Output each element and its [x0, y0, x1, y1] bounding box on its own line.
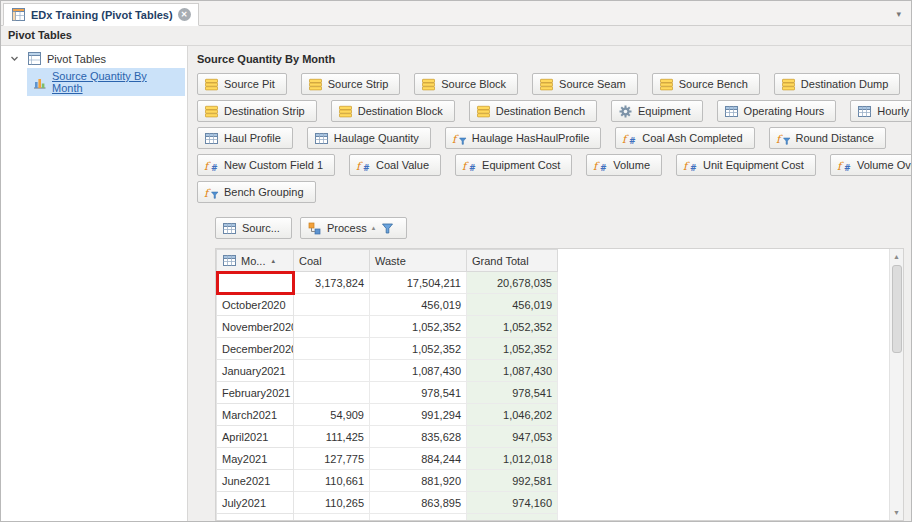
tree-node-pivot-tables[interactable]: Pivot Tables	[3, 50, 185, 67]
field-button-haulage-quantity[interactable]: Haulage Quantity	[307, 127, 431, 149]
field-button-bench-grouping[interactable]: fBench Grouping	[197, 181, 316, 203]
pivot-value-cell[interactable]: 884,244	[370, 448, 467, 470]
pivot-row-header-cell[interactable]: August2021	[217, 514, 294, 521]
pivot-value-cell[interactable]: 54,909	[294, 404, 370, 426]
field-button-label: Operating Hours	[744, 105, 825, 117]
field-button-source-pit[interactable]: Source Pit	[197, 73, 287, 95]
field-button-source-block[interactable]: Source Block	[414, 73, 518, 95]
pivot-value-cell[interactable]: 1,012,018	[467, 448, 558, 470]
field-button-new-custom-field-1[interactable]: f#New Custom Field 1	[197, 154, 335, 176]
pivot-value-cell[interactable]: 1,052,352	[467, 316, 558, 338]
field-button-destination-dump[interactable]: Destination Dump	[774, 73, 900, 95]
filter-area-button-process[interactable]: Process ▴	[300, 217, 407, 239]
field-button-equipment[interactable]: Equipment	[611, 100, 703, 122]
pivot-value-cell[interactable]	[294, 338, 370, 360]
pivot-value-cell[interactable]: 110,265	[294, 492, 370, 514]
pivot-value-cell[interactable]: 909,768	[370, 514, 467, 521]
pivot-value-cell[interactable]	[294, 360, 370, 382]
pivot-value-cell[interactable]: 881,920	[370, 470, 467, 492]
formula-filter-icon: f	[452, 132, 467, 145]
pivot-value-cell[interactable]: 110,661	[294, 470, 370, 492]
field-button-source-seam[interactable]: Source Seam	[532, 73, 638, 95]
pivot-value-cell[interactable]	[294, 294, 370, 316]
field-button-volume-over-3km[interactable]: f#Volume Over 3km	[830, 154, 912, 176]
field-button-label: Equipment	[638, 105, 691, 117]
pivot-row-header-cell[interactable]: March2021	[217, 404, 294, 426]
field-button-unit-equipment-cost[interactable]: f#Unit Equipment Cost	[676, 154, 816, 176]
pivot-value-cell[interactable]: 456,019	[370, 294, 467, 316]
field-button-haulage-hashaulprofile[interactable]: fHaulage HasHaulProfile	[445, 127, 601, 149]
field-button-destination-bench[interactable]: Destination Bench	[469, 100, 597, 122]
pivot-row-header-cell[interactable]: February2021	[217, 382, 294, 404]
pivot-value-cell[interactable]: 863,895	[370, 492, 467, 514]
pivot-value-cell[interactable]: 1,022,099	[467, 514, 558, 521]
pivot-row-header-cell[interactable]: November2020	[217, 316, 294, 338]
pivot-value-cell[interactable]: 1,087,430	[370, 360, 467, 382]
pivot-value-cell[interactable]: 127,775	[294, 448, 370, 470]
pivot-value-cell[interactable]: 1,052,352	[467, 338, 558, 360]
pivot-table-icon	[11, 8, 26, 21]
pivot-value-cell[interactable]	[294, 382, 370, 404]
pivot-value-cell[interactable]: 1,052,352	[370, 316, 467, 338]
pivot-value-cell[interactable]: 111,425	[294, 426, 370, 448]
document-tab[interactable]: EDx Training (Pivot Tables) ✕	[3, 3, 199, 26]
pivot-value-cell[interactable]: 1,052,352	[370, 338, 467, 360]
field-button-haul-profile[interactable]: Haul Profile	[197, 127, 293, 149]
field-button-source-strip[interactable]: Source Strip	[301, 73, 401, 95]
pivot-value-cell[interactable]: 456,019	[467, 294, 558, 316]
pivot-value-cell[interactable]: 3,173,824	[294, 272, 370, 294]
pivot-column-header-waste[interactable]: Waste	[370, 250, 467, 272]
formula-filter-icon: f	[204, 186, 219, 199]
scroll-up-icon[interactable]: ▲	[890, 249, 903, 264]
pivot-value-cell[interactable]: 835,628	[370, 426, 467, 448]
pivot-value-cell[interactable]: 978,541	[467, 382, 558, 404]
pivot-value-cell[interactable]: 112,332	[294, 514, 370, 521]
scroll-down-icon[interactable]: ▼	[890, 505, 903, 520]
field-button-volume[interactable]: f#Volume	[586, 154, 662, 176]
field-icon	[308, 78, 323, 91]
pivot-value-cell[interactable]	[294, 316, 370, 338]
pivot-data-row: February2021978,541978,541	[217, 382, 889, 404]
column-area-button-source[interactable]: Sourc...	[215, 217, 292, 239]
field-button-coal-value[interactable]: f#Coal Value	[349, 154, 441, 176]
pivot-value-cell[interactable]: 991,294	[370, 404, 467, 426]
tab-close-icon[interactable]: ✕	[178, 8, 191, 21]
pivot-value-cell[interactable]: 974,160	[467, 492, 558, 514]
pivot-row-area-header[interactable]: Mo...▴	[217, 250, 294, 272]
field-button-destination-block[interactable]: Destination Block	[331, 100, 455, 122]
tree-expander-icon[interactable]	[7, 52, 22, 65]
field-button-label: Bench Grouping	[224, 186, 304, 198]
vertical-scrollbar[interactable]: ▲ ▼	[889, 249, 903, 520]
field-button-destination-strip[interactable]: Destination Strip	[197, 100, 317, 122]
pivot-row-header-cell[interactable]: June2021	[217, 470, 294, 492]
field-button-label: Source Strip	[328, 78, 389, 90]
pivot-value-cell[interactable]: 992,581	[467, 470, 558, 492]
field-button-equipment-cost[interactable]: f#Equipment Cost	[455, 154, 572, 176]
scrollbar-thumb[interactable]	[892, 265, 902, 353]
pivot-row-header-cell[interactable]: July2021	[217, 492, 294, 514]
pivot-row-header-cell[interactable]: May2021	[217, 448, 294, 470]
field-button-round-distance[interactable]: fRound Distance	[769, 127, 886, 149]
pivot-value-cell[interactable]: 978,541	[370, 382, 467, 404]
pivot-row-header-cell[interactable]: April2021	[217, 426, 294, 448]
pivot-row-header-cell-annotated[interactable]	[217, 272, 294, 294]
pivot-column-header-grand-total[interactable]: Grand Total	[467, 250, 558, 272]
field-button-source-bench[interactable]: Source Bench	[652, 73, 760, 95]
pivot-value-cell[interactable]: 1,087,430	[467, 360, 558, 382]
pivot-value-cell[interactable]: 1,046,202	[467, 404, 558, 426]
field-button-coal-ash-completed[interactable]: f#Coal Ash Completed	[615, 127, 754, 149]
tree-node-source-quantity-by-month[interactable]: Source Quantity By Month	[27, 68, 185, 96]
pivot-value-cell[interactable]: 947,053	[467, 426, 558, 448]
pivot-column-header-coal[interactable]: Coal	[294, 250, 370, 272]
pivot-row-header-cell[interactable]: October2020	[217, 294, 294, 316]
field-button-operating-hours[interactable]: Operating Hours	[717, 100, 837, 122]
bar-chart-icon	[32, 76, 47, 89]
field-button-hourly-rate[interactable]: Hourly Rate	[850, 100, 912, 122]
pivot-row-header-cell[interactable]: December2020	[217, 338, 294, 360]
grid-icon	[857, 105, 872, 118]
filter-funnel-icon[interactable]	[380, 222, 395, 235]
pivot-value-cell[interactable]: 20,678,035	[467, 272, 558, 294]
pivot-row-header-cell[interactable]: January2021	[217, 360, 294, 382]
tab-list-dropdown-icon[interactable]: ▾	[896, 9, 907, 25]
pivot-value-cell[interactable]: 17,504,211	[370, 272, 467, 294]
